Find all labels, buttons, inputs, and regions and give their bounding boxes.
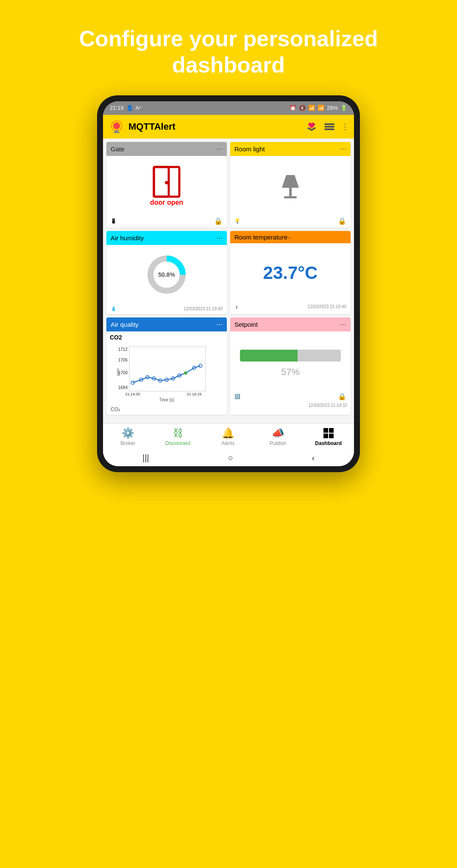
temperature-value: 23.7°C [263,263,318,283]
svg-point-12 [165,181,168,184]
status-icon1: 👤 [126,105,133,111]
alerts-icon: 🔔 [222,427,234,439]
svg-text:ppm: ppm [116,368,120,376]
svg-rect-1 [115,130,118,132]
setpoint-timestamp: 12/03/2023 21:14:32 [230,403,351,410]
nav-alerts[interactable]: 🔔 Alerts [215,427,241,446]
gate-body: door open [106,156,227,215]
svg-text:1712: 1712 [118,347,128,352]
svg-line-5 [111,122,111,122]
disconnect-icon: ⛓ [173,427,183,439]
svg-rect-42 [329,434,334,438]
room-temp-widget: Room temperature·· 23.7°C 🌡 12/03/2023 2… [230,231,351,314]
svg-rect-41 [323,434,328,438]
svg-text:1706: 1706 [118,358,128,362]
broker-icon: ⚙️ [122,427,134,439]
status-time: 21:19 [110,105,124,111]
app-bar-actions: ⋮ [306,121,349,133]
status-left: 21:19 👤 Aˣ [110,105,142,111]
nav-dashboard[interactable]: Dashboard [315,427,342,446]
setpoint-menu-icon[interactable]: ··· [340,320,346,329]
humidity-value: 50.8% [158,271,175,278]
room-temp-body: 23.7°C [230,243,351,303]
nav-disconnect[interactable]: ⛓ Disconnect [165,427,191,446]
air-quality-body: CO2 1712 1706 1700 1694 ppm [106,331,227,405]
room-light-sensor-icon: 💡 [234,218,240,224]
svg-rect-40 [329,428,334,433]
gate-header: Gate ··· [106,142,227,156]
layers-icon[interactable] [323,122,335,132]
door-icon [152,165,181,199]
alarm-icon: ⏰ [290,105,296,111]
svg-marker-13 [282,175,299,188]
svg-rect-8 [324,126,334,128]
app-bar: MQTTAlert ⋮ [103,115,354,139]
more-options-icon[interactable]: ⋮ [341,122,349,131]
donate-icon[interactable] [306,121,318,133]
setpoint-fill [240,350,297,362]
broker-label: Broker [120,440,135,446]
air-humidity-title: Air humidity [111,234,144,242]
gate-footer: 📱 🔒 [106,215,227,228]
air-quality-footer: CO₂ [106,405,227,415]
setpoint-title: Setpoint [234,321,258,328]
phone-screen: 21:19 👤 Aˣ ⏰ 🔇 📶 📶 28% 🔋 [103,101,354,466]
chart-title: CO2 [110,334,122,341]
air-quality-header: Air quality ··· [106,317,227,331]
gate-title: Gate [111,145,125,153]
svg-point-34 [184,371,187,375]
svg-rect-2 [114,132,120,133]
setpoint-progress-bar [240,350,341,362]
phone-mockup: 21:19 👤 Aˣ ⏰ 🔇 📶 📶 28% 🔋 [97,95,360,472]
room-temp-footer: 🌡 12/03/2023 21:19:40 [230,303,351,312]
room-light-footer: 💡 🔒 [230,215,351,228]
gate-menu-icon[interactable]: ··· [216,145,223,153]
setpoint-widget: Setpoint ··· 57% 🔢 🔒 12/03/2023 21:14:32 [230,317,351,415]
setpoint-header: Setpoint ··· [230,317,351,331]
nav-publish[interactable]: 📣 Publish [265,427,291,446]
app-logo-icon [108,118,125,135]
svg-line-4 [122,122,123,122]
setpoint-value: 57% [281,367,300,378]
room-light-widget: Room light ··· 💡 🔒 [230,142,351,228]
air-humidity-footer: 💧 12/03/2023 21:19:40 [106,304,227,314]
svg-text:21:14:30: 21:14:30 [125,392,140,396]
nav-broker[interactable]: ⚙️ Broker [115,427,141,446]
spacer [103,418,354,423]
svg-text:1694: 1694 [118,385,128,390]
humidity-timestamp: 12/03/2023 21:19:40 [184,306,223,311]
svg-rect-14 [289,188,292,196]
system-nav-bar: ||| ○ ‹ [103,448,354,466]
room-light-lock-icon[interactable]: 🔒 [338,217,346,225]
svg-rect-23 [129,347,206,391]
setpoint-footer: 🔢 🔒 [230,391,351,403]
temp-sensor-icon: 🌡 [234,304,239,309]
recents-button[interactable]: ‹ [312,453,315,463]
back-button[interactable]: ||| [142,453,149,463]
air-humidity-menu-icon[interactable]: ··· [216,234,223,242]
status-bar: 21:19 👤 Aˣ ⏰ 🔇 📶 📶 28% 🔋 [103,101,354,115]
room-temp-header: Room temperature·· [230,231,351,243]
disconnect-label: Disconnect [165,440,190,446]
home-button[interactable]: ○ [228,453,233,463]
door-status: door open [150,199,183,206]
dashboard-label: Dashboard [315,440,342,446]
mute-icon: 🔇 [299,105,306,111]
gate-widget: Gate ··· door open 📱 🔒 [106,142,227,228]
room-light-menu-icon[interactable]: ··· [340,145,346,153]
room-temp-title: Room temperature·· [234,234,291,241]
lamp-icon [276,169,305,203]
setpoint-lock-icon[interactable]: 🔒 [338,392,346,401]
temp-timestamp: 12/03/2023 21:19:40 [307,304,346,309]
battery-level: 28% [327,105,338,111]
svg-text:21:16:15: 21:16:15 [187,392,201,396]
svg-rect-9 [324,128,334,130]
alerts-label: Alerts [221,440,234,446]
gate-lock-icon[interactable]: 🔒 [214,217,223,225]
setpoint-body: 57% [230,331,351,391]
page-title: Configure your personalized dashboard [0,0,457,95]
air-quality-menu-icon[interactable]: ··· [216,320,223,329]
humidity-donut: 50.8% [145,253,188,296]
gate-sensor-icon: 📱 [111,218,117,224]
room-light-body [230,156,351,215]
